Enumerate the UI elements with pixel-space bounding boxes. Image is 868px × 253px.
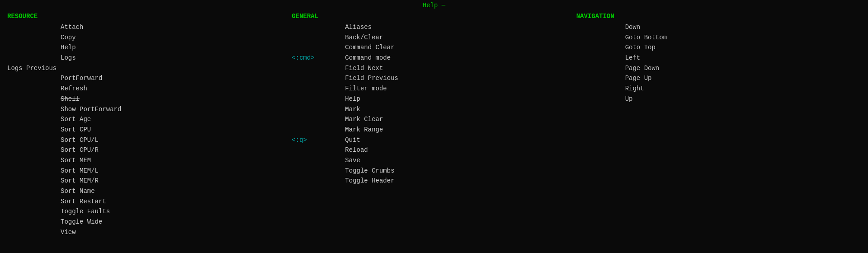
key-label [292,176,341,186]
key-label [7,84,57,94]
action-label: Sort CPU/R [61,145,99,155]
key-label [7,187,57,197]
key-label [7,176,57,186]
navigation-header: NAVIGATION [576,13,861,20]
key-label [7,115,57,125]
action-label: Command mode [345,53,391,63]
keybind-row: Sort MEM [7,156,292,166]
keybind-row: Up [576,94,861,104]
action-label: PortForward [61,74,102,84]
keybind-row: Help [292,94,576,104]
keybind-row: Field Next [292,64,576,74]
key-label: Logs Previous [7,64,57,74]
keybind-row: Toggle Crumbs [292,166,576,176]
keybind-row: Sort Age [7,115,292,125]
keybind-row: Toggle Faults [7,207,292,217]
navigation-section: NAVIGATION DownGoto BottomGoto TopLeftPa… [576,13,861,237]
action-label: Aliases [345,23,372,33]
key-label [576,64,622,74]
keybind-row: Help [7,43,292,53]
action-label: Sort MEM/R [61,176,99,186]
keybind-row: Shell [7,94,292,104]
general-keybind-list: AliasesBack/ClearCommand Clear<:cmd>Comm… [292,23,576,186]
key-label [7,74,57,84]
action-label: Sort CPU/L [61,136,99,145]
key-label [292,33,341,43]
action-label: Toggle Crumbs [345,166,394,176]
key-label [7,53,57,63]
keybind-row: Field Previous [292,74,576,84]
navigation-keybind-list: DownGoto BottomGoto TopLeftPage DownPage… [576,23,861,104]
key-label [292,23,341,33]
action-label: Save [345,156,360,166]
resource-header: RESOURCE [7,13,292,20]
keybind-row: Page Up [576,74,861,84]
key-label [292,166,341,176]
key-label [292,94,341,104]
key-label [576,33,622,43]
keybind-row: Mark Range [292,125,576,135]
action-label: Reload [345,145,368,155]
keybind-row: Left [576,53,861,63]
key-label [292,64,341,74]
key-label [292,105,341,115]
key-label [7,23,57,33]
action-label: Field Previous [345,74,398,84]
action-label: Toggle Wide [61,217,102,227]
keybind-row: Sort Restart [7,197,292,207]
action-label: Logs [61,53,76,63]
top-bar: Help ─ [0,0,868,13]
general-header: GENERAL [292,13,576,20]
keybind-row: Logs [7,53,292,63]
key-label [576,84,622,94]
content-area: RESOURCE AttachCopyHelpLogsLogs Previous… [0,13,868,237]
key-label [576,43,622,53]
key-label [292,43,341,53]
action-label: Attach [61,23,83,31]
action-label: Toggle Header [345,176,394,186]
key-label [292,84,341,94]
key-label: <:q> [292,136,341,145]
action-label: Mark [345,105,360,115]
action-label: Filter mode [345,84,387,94]
keybind-row: Command Clear [292,43,576,53]
keybind-row: Show PortForward [7,105,292,115]
action-label: Sort Name [61,187,95,197]
keybind-row: <:q>Quit [292,136,576,145]
key-label [292,115,341,125]
keybind-row: <:cmd>Command mode [292,53,576,63]
keybind-row: Reload [292,145,576,155]
action-label: Sort Restart [61,197,106,207]
key-label [576,94,622,104]
keybind-row: Goto Bottom [576,33,861,43]
keybind-row: Toggle Header [292,176,576,186]
keybind-row: PortForward [7,74,292,84]
keybind-row: Aliases [292,23,576,33]
action-label: Page Down [625,64,660,74]
keybind-row: Sort MEM/R [7,176,292,186]
resource-keybind-list: AttachCopyHelpLogsLogs PreviousPortForwa… [7,23,292,237]
key-label [7,94,57,104]
key-label [7,105,57,115]
keybind-row: View [7,228,292,238]
action-label: Copy [61,33,76,43]
keybind-row: Sort Name [7,187,292,197]
action-label: Sort Age [61,115,91,125]
keybind-row: Copy [7,33,292,43]
keybind-row: Goto Top [576,43,861,53]
key-label [576,53,622,63]
key-label [7,43,57,53]
keybind-row: Save [292,156,576,166]
action-label: Right [625,84,644,94]
action-label: View [61,228,76,238]
general-section: GENERAL AliasesBack/ClearCommand Clear<:… [292,13,576,237]
action-label: Refresh [61,84,87,94]
keybind-row: Sort CPU [7,125,292,135]
keybind-row: Filter mode [292,84,576,94]
action-label: Show PortForward [61,105,121,115]
action-label: Field Next [345,64,383,74]
keybind-row: Mark [292,105,576,115]
action-label: Quit [345,136,360,145]
action-label: Goto Bottom [625,33,667,43]
key-label [7,228,57,238]
